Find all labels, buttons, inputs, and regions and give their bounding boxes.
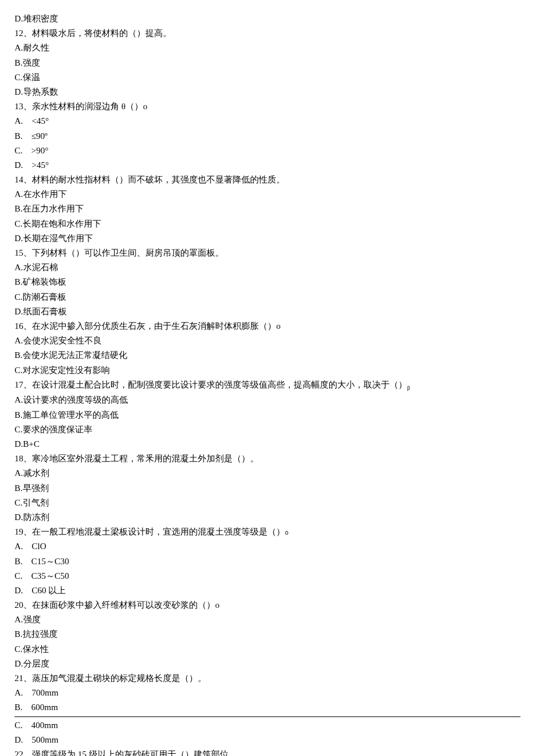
text-line: A.在水作用下 [15, 187, 520, 202]
text-line: B. ≤90º [15, 129, 520, 144]
text-line: D.纸面石膏板 [15, 304, 520, 319]
text-line: D. C60 以上 [15, 583, 520, 598]
text-line: D.B+C [15, 437, 520, 452]
text-line: B.早强剂 [15, 481, 520, 496]
text-line: 12、材料吸水后，将使材料的（）提高。 [15, 26, 520, 41]
text-line: D. 500mm [15, 733, 520, 747]
text-line: B. C15～C30 [15, 554, 520, 569]
text-line: 20、在抹面砂浆中掺入纤维材料可以改变砂浆的（）o [15, 598, 520, 612]
horizontal-rule [15, 716, 520, 717]
text-line: 22、强度等级为 15 级以上的灰砂砖可用于（）建筑部位。 [15, 747, 520, 756]
text-line: B.施工单位管理水平的高低 [15, 408, 520, 422]
subscript-text: β [407, 385, 410, 391]
text-line: 16、在水泥中掺入部分优质生石灰，由于生石灰消解时体积膨胀（）o [15, 319, 520, 334]
text-line: B.抗拉强度 [15, 627, 520, 642]
text-line: A. 700mm [15, 686, 520, 700]
text-line: C.保水性 [15, 642, 520, 657]
text-line: A. <45° [15, 114, 520, 128]
text-line: C.要求的强度保证率 [15, 422, 520, 437]
text-line: 15、下列材料（）可以作卫生间、厨房吊顶的罩面板。 [15, 246, 520, 260]
text-line: A.耐久性 [15, 41, 520, 55]
text-line: C.保温 [15, 70, 520, 85]
text-line: D. >45° [15, 158, 520, 173]
text-line: 19、在一般工程地混凝土梁板设计时，宜选用的混凝土强度等级是（）₀ [15, 525, 520, 539]
text-line: A. ClO [15, 539, 520, 554]
text-line: 17、在设计混凝土配合比时，配制强度要比设计要求的强度等级值高些，提高幅度的大小… [15, 378, 520, 393]
text-line: D.分层度 [15, 657, 520, 671]
text-line: A.会使水泥安全性不良 [15, 334, 520, 348]
text-line: D.堆积密度 [15, 12, 520, 26]
text-line: C.长期在饱和水作用下 [15, 217, 520, 231]
text-line: C. >90° [15, 144, 520, 158]
text-line: D.长期在湿气作用下 [15, 231, 520, 246]
text-line: C.对水泥安定性没有影响 [15, 363, 520, 378]
text-line: B.会使水泥无法正常凝结硬化 [15, 348, 520, 363]
text-line: B. 600mm [15, 700, 520, 715]
text-line: 18、寒冷地区室外混凝土工程，常釆用的混凝土外加剂是（）。 [15, 452, 520, 466]
text-line: B.矿棉装饰板 [15, 275, 520, 289]
text-line: C.引气剂 [15, 496, 520, 510]
text-line: C. C35～C50 [15, 569, 520, 583]
text-line: 14、材料的耐水性指材料（）而不破坏，其强度也不显著降低的性质。 [15, 173, 520, 187]
text-line: B.在压力水作用下 [15, 202, 520, 216]
text-line: C. 400mm [15, 718, 520, 733]
text-line: D.防冻剂 [15, 510, 520, 525]
text-line: B.强度 [15, 56, 520, 70]
text-line: A.强度 [15, 612, 520, 627]
text-line: A.减水剂 [15, 466, 520, 481]
text-line: 13、亲水性材料的润湿边角 θ（）o [15, 99, 520, 114]
text-line: A.设计要求的强度等级的高低 [15, 393, 520, 407]
text-line: C.防潮石膏板 [15, 290, 520, 304]
text-line: 21、蒸压加气混凝土砌块的标定规格长度是（）。 [15, 671, 520, 686]
text-line: A.水泥石棉 [15, 260, 520, 275]
text-line: D.导热系数 [15, 85, 520, 99]
